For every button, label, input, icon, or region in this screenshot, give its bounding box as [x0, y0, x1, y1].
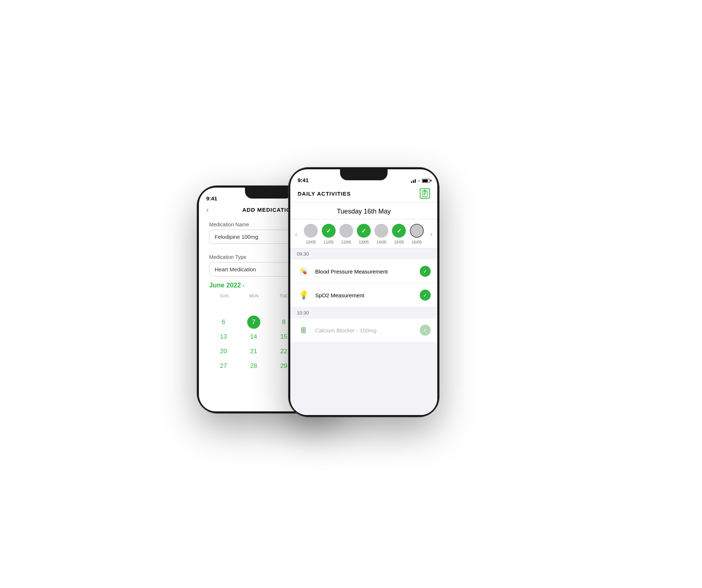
back-arrow-front[interactable]: ‹	[298, 189, 300, 198]
week-day-1605[interactable]: 16/05	[410, 224, 424, 244]
check-icon-1105: ✓	[326, 227, 331, 234]
cal-day-14[interactable]: 14	[247, 330, 260, 343]
cal-day-27[interactable]: 27	[217, 359, 230, 373]
week-circle-1605	[410, 224, 424, 238]
week-circle-1305: ✓	[357, 224, 371, 238]
status-time-back: 9:41	[206, 195, 217, 201]
status-time-front: 9:41	[298, 177, 309, 183]
cal-day-empty	[217, 301, 230, 314]
phone-front: 9:41 ○ ‹ DAILY ACTIVITI	[289, 168, 439, 416]
blood-pressure-check: ✓	[420, 266, 431, 277]
cal-day-21[interactable]: 21	[247, 345, 260, 358]
week-label-1405: 14/05	[376, 240, 386, 244]
scene: 9:41 ⊗ ‹ ADD MEDICATION	[186, 157, 516, 431]
week-day-1505[interactable]: ✓ 15/05	[392, 224, 406, 244]
week-label-1105: 11/05	[324, 240, 334, 244]
week-circle-1105: ✓	[322, 224, 336, 238]
add-med-title: ADD MEDICATION	[242, 207, 295, 213]
week-label-1505: 15/05	[394, 240, 404, 244]
wifi-icon-front: ○	[418, 178, 420, 183]
week-label-1005: 10/05	[306, 240, 316, 244]
week-day-1205[interactable]: 12/05	[339, 224, 353, 244]
week-circle-1505: ✓	[392, 224, 406, 238]
bp-check-icon: ✓	[423, 268, 427, 274]
cal-day-empty3	[277, 301, 290, 314]
phone-front-screen: 9:41 ○ ‹ DAILY ACTIVITI	[290, 169, 437, 415]
week-day-1005[interactable]: 10/05	[304, 224, 318, 244]
activity-calcium[interactable]: Calcium Blocker - 100mg ✓	[290, 318, 437, 342]
blood-pressure-name: Blood Pressure Measurement	[315, 268, 415, 275]
spo2-check: ✓	[420, 290, 431, 301]
cal-day-6[interactable]: 6	[217, 316, 230, 329]
day-label-sun: SUN	[209, 294, 239, 298]
week-day-1405[interactable]: 14/05	[374, 224, 388, 244]
week-circle-1205	[339, 224, 353, 238]
calendar-next-arrow[interactable]: ›	[242, 282, 244, 289]
activity-blood-pressure[interactable]: 💊 Blood Pressure Measurement ✓	[290, 260, 437, 283]
check-icon-1305: ✓	[361, 227, 366, 234]
clipboard-icon[interactable]	[420, 188, 430, 199]
signal-icon-front	[411, 179, 416, 183]
blood-pressure-icon: 💊	[297, 265, 310, 278]
battery-icon-front	[422, 179, 430, 183]
calcium-icon	[297, 324, 310, 337]
spo2-check-icon: ✓	[423, 292, 427, 298]
week-label-1605: 16/05	[412, 240, 422, 244]
calcium-check-icon: ✓	[423, 327, 427, 333]
notch-front	[340, 169, 388, 180]
week-circle-1405	[374, 224, 388, 238]
calcium-name: Calcium Blocker - 100mg	[315, 327, 415, 333]
time-header-0930: 09:30	[290, 248, 437, 260]
daily-header: ‹ DAILY ACTIVITIES	[290, 185, 437, 203]
week-day-1105[interactable]: ✓ 11/05	[322, 224, 336, 244]
day-label-mon: MON	[239, 294, 269, 298]
status-icons-front: ○	[411, 178, 430, 183]
week-label-1205: 12/05	[341, 240, 351, 244]
calcium-check: ✓	[420, 325, 431, 336]
time-header-1030: 10:30	[290, 307, 437, 318]
daily-title: DAILY ACTIVITIES	[298, 191, 351, 197]
cal-day-8[interactable]: 8	[277, 316, 290, 329]
cal-day-15[interactable]: 15	[277, 330, 290, 343]
svg-text:💊: 💊	[301, 268, 307, 275]
cal-day-7[interactable]: 7	[247, 316, 260, 329]
week-strip: ‹ 10/05 ✓ 11/05 12/05	[290, 219, 437, 248]
week-prev-nav[interactable]: ‹	[292, 230, 300, 238]
week-label-1305: 13/05	[359, 240, 369, 244]
calendar-month: June 2022	[209, 282, 241, 289]
spo2-icon: 💡	[297, 289, 310, 302]
cal-day-28[interactable]: 28	[247, 359, 260, 373]
date-display: Tuesday 16th May	[290, 203, 437, 219]
activity-spo2[interactable]: 💡 SpO2 Measurement ✓	[290, 283, 437, 307]
cal-day-29[interactable]: 29	[277, 359, 290, 373]
cal-day-22[interactable]: 22	[277, 345, 290, 358]
activities-list: 09:30 💊 Blood Pressure Measurement ✓	[290, 248, 437, 415]
week-day-1305[interactable]: ✓ 13/05	[357, 224, 371, 244]
back-arrow-back[interactable]: ‹	[206, 206, 209, 214]
cal-day-13[interactable]: 13	[217, 330, 230, 343]
week-next-nav[interactable]: ›	[427, 230, 435, 238]
week-circle-1005	[304, 224, 318, 238]
cal-day-empty2	[247, 301, 260, 314]
spo2-name: SpO2 Measurement	[315, 292, 415, 298]
daily-activities-screen: ‹ DAILY ACTIVITIES Tuesday 16	[290, 185, 437, 415]
check-icon-1505: ✓	[397, 227, 401, 234]
notch-back	[245, 188, 292, 199]
cal-day-20[interactable]: 20	[217, 345, 230, 358]
